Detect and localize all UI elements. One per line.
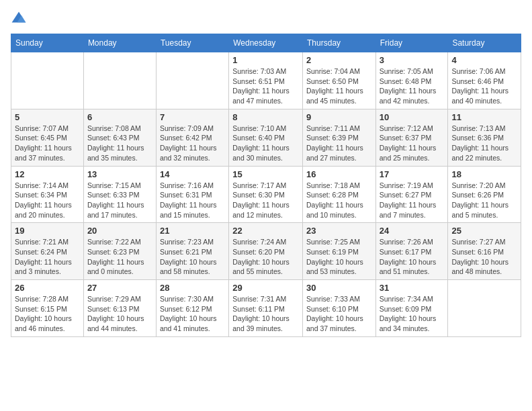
day-info: Sunrise: 7:17 AM Sunset: 6:30 PM Dayligh… bbox=[232, 181, 299, 220]
day-number: 10 bbox=[380, 112, 445, 122]
day-info: Sunrise: 7:30 AM Sunset: 6:12 PM Dayligh… bbox=[160, 294, 225, 334]
day-number: 23 bbox=[306, 226, 372, 236]
calendar-cell: 21Sunrise: 7:23 AM Sunset: 6:21 PM Dayli… bbox=[156, 223, 228, 280]
page-header bbox=[11, 11, 521, 27]
day-number: 13 bbox=[87, 169, 152, 179]
calendar-cell: 23Sunrise: 7:25 AM Sunset: 6:19 PM Dayli… bbox=[303, 223, 376, 280]
day-number: 15 bbox=[232, 169, 299, 179]
day-number: 4 bbox=[451, 55, 517, 65]
calendar-cell: 31Sunrise: 7:34 AM Sunset: 6:09 PM Dayli… bbox=[375, 280, 448, 337]
calendar-cell: 9Sunrise: 7:11 AM Sunset: 6:39 PM Daylig… bbox=[303, 109, 376, 166]
day-info: Sunrise: 7:21 AM Sunset: 6:24 PM Dayligh… bbox=[15, 237, 80, 277]
day-number: 14 bbox=[160, 169, 225, 179]
day-number: 17 bbox=[380, 169, 445, 179]
calendar-cell: 17Sunrise: 7:19 AM Sunset: 6:27 PM Dayli… bbox=[375, 166, 448, 223]
day-number: 3 bbox=[380, 55, 445, 65]
calendar-cell: 3Sunrise: 7:05 AM Sunset: 6:48 PM Daylig… bbox=[375, 52, 448, 109]
day-info: Sunrise: 7:15 AM Sunset: 6:33 PM Dayligh… bbox=[87, 181, 152, 220]
day-info: Sunrise: 7:09 AM Sunset: 6:42 PM Dayligh… bbox=[160, 124, 225, 163]
calendar-cell: 18Sunrise: 7:20 AM Sunset: 6:26 PM Dayli… bbox=[448, 166, 521, 223]
day-header-sunday: Sunday bbox=[11, 34, 84, 52]
day-number: 25 bbox=[451, 226, 517, 236]
day-info: Sunrise: 7:34 AM Sunset: 6:09 PM Dayligh… bbox=[380, 294, 445, 334]
day-number: 7 bbox=[160, 112, 225, 122]
day-info: Sunrise: 7:12 AM Sunset: 6:37 PM Dayligh… bbox=[380, 124, 445, 163]
calendar-header-row: SundayMondayTuesdayWednesdayThursdayFrid… bbox=[11, 34, 521, 52]
day-info: Sunrise: 7:24 AM Sunset: 6:20 PM Dayligh… bbox=[232, 237, 299, 277]
day-number: 8 bbox=[232, 112, 299, 122]
calendar-cell: 19Sunrise: 7:21 AM Sunset: 6:24 PM Dayli… bbox=[11, 223, 84, 280]
calendar-cell: 16Sunrise: 7:18 AM Sunset: 6:28 PM Dayli… bbox=[303, 166, 376, 223]
day-number: 1 bbox=[232, 55, 299, 65]
calendar-cell: 6Sunrise: 7:08 AM Sunset: 6:43 PM Daylig… bbox=[83, 109, 156, 166]
day-number: 12 bbox=[15, 169, 80, 179]
calendar-week-row: 19Sunrise: 7:21 AM Sunset: 6:24 PM Dayli… bbox=[11, 223, 521, 280]
day-number: 11 bbox=[451, 112, 517, 122]
day-number: 20 bbox=[87, 226, 152, 236]
calendar-cell: 15Sunrise: 7:17 AM Sunset: 6:30 PM Dayli… bbox=[229, 166, 303, 223]
calendar-cell bbox=[83, 52, 156, 109]
calendar-cell: 5Sunrise: 7:07 AM Sunset: 6:45 PM Daylig… bbox=[11, 109, 84, 166]
calendar-week-row: 26Sunrise: 7:28 AM Sunset: 6:15 PM Dayli… bbox=[11, 280, 521, 337]
calendar-cell: 10Sunrise: 7:12 AM Sunset: 6:37 PM Dayli… bbox=[375, 109, 448, 166]
day-info: Sunrise: 7:04 AM Sunset: 6:50 PM Dayligh… bbox=[306, 66, 372, 106]
day-header-saturday: Saturday bbox=[448, 34, 521, 52]
day-number: 30 bbox=[306, 283, 372, 293]
day-number: 6 bbox=[87, 112, 152, 122]
day-header-monday: Monday bbox=[83, 34, 156, 52]
calendar-cell: 7Sunrise: 7:09 AM Sunset: 6:42 PM Daylig… bbox=[156, 109, 228, 166]
day-info: Sunrise: 7:06 AM Sunset: 6:46 PM Dayligh… bbox=[451, 66, 517, 106]
day-number: 29 bbox=[232, 283, 299, 293]
day-number: 28 bbox=[160, 283, 225, 293]
day-info: Sunrise: 7:26 AM Sunset: 6:17 PM Dayligh… bbox=[380, 237, 445, 277]
day-info: Sunrise: 7:05 AM Sunset: 6:48 PM Dayligh… bbox=[380, 66, 445, 106]
calendar-cell: 22Sunrise: 7:24 AM Sunset: 6:20 PM Dayli… bbox=[229, 223, 303, 280]
calendar-cell: 4Sunrise: 7:06 AM Sunset: 6:46 PM Daylig… bbox=[448, 52, 521, 109]
day-info: Sunrise: 7:27 AM Sunset: 6:16 PM Dayligh… bbox=[451, 237, 517, 277]
day-info: Sunrise: 7:19 AM Sunset: 6:27 PM Dayligh… bbox=[380, 181, 445, 220]
calendar-cell bbox=[448, 280, 521, 337]
day-info: Sunrise: 7:03 AM Sunset: 6:51 PM Dayligh… bbox=[232, 66, 299, 106]
day-header-tuesday: Tuesday bbox=[156, 34, 228, 52]
calendar-cell: 27Sunrise: 7:29 AM Sunset: 6:13 PM Dayli… bbox=[83, 280, 156, 337]
calendar-week-row: 5Sunrise: 7:07 AM Sunset: 6:45 PM Daylig… bbox=[11, 109, 521, 166]
day-info: Sunrise: 7:07 AM Sunset: 6:45 PM Dayligh… bbox=[15, 124, 80, 163]
calendar-cell: 28Sunrise: 7:30 AM Sunset: 6:12 PM Dayli… bbox=[156, 280, 228, 337]
day-info: Sunrise: 7:10 AM Sunset: 6:40 PM Dayligh… bbox=[232, 124, 299, 163]
day-info: Sunrise: 7:16 AM Sunset: 6:31 PM Dayligh… bbox=[160, 181, 225, 220]
day-info: Sunrise: 7:31 AM Sunset: 6:11 PM Dayligh… bbox=[232, 294, 299, 334]
day-info: Sunrise: 7:25 AM Sunset: 6:19 PM Dayligh… bbox=[306, 237, 372, 277]
logo bbox=[11, 11, 30, 27]
day-info: Sunrise: 7:13 AM Sunset: 6:36 PM Dayligh… bbox=[451, 124, 517, 163]
day-info: Sunrise: 7:11 AM Sunset: 6:39 PM Dayligh… bbox=[306, 124, 372, 163]
day-number: 5 bbox=[15, 112, 80, 122]
day-number: 19 bbox=[15, 226, 80, 236]
calendar-cell: 12Sunrise: 7:14 AM Sunset: 6:34 PM Dayli… bbox=[11, 166, 84, 223]
day-number: 24 bbox=[380, 226, 445, 236]
day-info: Sunrise: 7:20 AM Sunset: 6:26 PM Dayligh… bbox=[451, 181, 517, 220]
day-info: Sunrise: 7:33 AM Sunset: 6:10 PM Dayligh… bbox=[306, 294, 372, 334]
day-number: 22 bbox=[232, 226, 299, 236]
day-number: 2 bbox=[306, 55, 372, 65]
calendar-table: SundayMondayTuesdayWednesdayThursdayFrid… bbox=[11, 34, 521, 337]
day-header-friday: Friday bbox=[375, 34, 448, 52]
calendar-cell: 26Sunrise: 7:28 AM Sunset: 6:15 PM Dayli… bbox=[11, 280, 84, 337]
calendar-cell: 29Sunrise: 7:31 AM Sunset: 6:11 PM Dayli… bbox=[229, 280, 303, 337]
calendar-cell: 11Sunrise: 7:13 AM Sunset: 6:36 PM Dayli… bbox=[448, 109, 521, 166]
day-number: 21 bbox=[160, 226, 225, 236]
calendar-cell: 24Sunrise: 7:26 AM Sunset: 6:17 PM Dayli… bbox=[375, 223, 448, 280]
day-number: 27 bbox=[87, 283, 152, 293]
day-header-thursday: Thursday bbox=[303, 34, 376, 52]
calendar-cell: 20Sunrise: 7:22 AM Sunset: 6:23 PM Dayli… bbox=[83, 223, 156, 280]
logo-icon bbox=[11, 11, 27, 27]
calendar-cell: 30Sunrise: 7:33 AM Sunset: 6:10 PM Dayli… bbox=[303, 280, 376, 337]
calendar-cell: 2Sunrise: 7:04 AM Sunset: 6:50 PM Daylig… bbox=[303, 52, 376, 109]
day-number: 18 bbox=[451, 169, 517, 179]
day-number: 9 bbox=[306, 112, 372, 122]
day-info: Sunrise: 7:23 AM Sunset: 6:21 PM Dayligh… bbox=[160, 237, 225, 277]
day-info: Sunrise: 7:08 AM Sunset: 6:43 PM Dayligh… bbox=[87, 124, 152, 163]
calendar-week-row: 1Sunrise: 7:03 AM Sunset: 6:51 PM Daylig… bbox=[11, 52, 521, 109]
day-info: Sunrise: 7:14 AM Sunset: 6:34 PM Dayligh… bbox=[15, 181, 80, 220]
calendar-cell: 14Sunrise: 7:16 AM Sunset: 6:31 PM Dayli… bbox=[156, 166, 228, 223]
day-number: 31 bbox=[380, 283, 445, 293]
